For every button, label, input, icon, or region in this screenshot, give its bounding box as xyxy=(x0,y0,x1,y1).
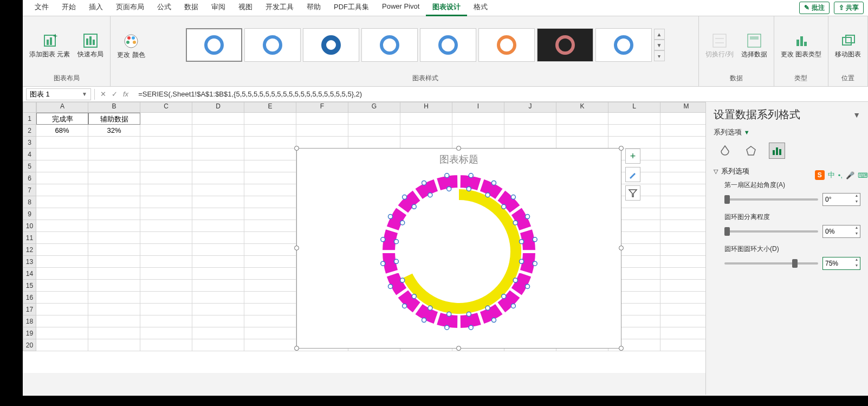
cell-D11[interactable] xyxy=(192,232,244,244)
cell-A6[interactable] xyxy=(36,172,88,184)
ime-lang[interactable]: 中 xyxy=(828,170,835,180)
cell-E15[interactable] xyxy=(244,280,296,292)
cell-A8[interactable] xyxy=(36,196,88,208)
cell-M15[interactable] xyxy=(660,280,712,292)
cell-A11[interactable] xyxy=(36,232,88,244)
menu-tab-6[interactable]: 审阅 xyxy=(205,0,232,16)
menu-tab-3[interactable]: 页面布局 xyxy=(109,0,151,16)
style-thumb-2[interactable] xyxy=(244,28,301,62)
cell-M11[interactable] xyxy=(660,232,712,244)
cell-D18[interactable] xyxy=(192,315,244,327)
cell-E7[interactable] xyxy=(244,184,296,196)
cell-B19[interactable] xyxy=(88,327,140,339)
cell-E18[interactable] xyxy=(244,315,296,327)
style-thumb-6[interactable] xyxy=(478,28,535,62)
cell-A2[interactable]: 68% xyxy=(36,125,88,137)
cell-M14[interactable] xyxy=(660,268,712,280)
hole-slider[interactable] xyxy=(724,262,818,265)
cell-B5[interactable] xyxy=(88,160,140,172)
cell-D17[interactable] xyxy=(192,304,244,315)
cell-G3[interactable] xyxy=(348,137,400,149)
cell-A5[interactable] xyxy=(36,160,88,172)
cell-B3[interactable] xyxy=(88,137,140,149)
cell-A4[interactable] xyxy=(36,149,88,160)
cell-C11[interactable] xyxy=(140,232,192,244)
add-chart-element-button[interactable]: + 添加图表 元素 xyxy=(27,30,72,60)
row-header-8[interactable]: 8 xyxy=(23,196,36,208)
series-options-dropdown[interactable]: 系列选项 ▼ xyxy=(714,127,860,137)
cell-E2[interactable] xyxy=(244,125,296,137)
chevron-down-icon[interactable]: ▼ xyxy=(82,91,87,97)
row-header-4[interactable]: 4 xyxy=(23,149,36,160)
cell-M3[interactable] xyxy=(660,137,712,149)
cancel-formula-icon[interactable]: ✕ xyxy=(100,90,106,98)
cell-E14[interactable] xyxy=(244,268,296,280)
cell-D15[interactable] xyxy=(192,280,244,292)
cell-C18[interactable] xyxy=(140,315,192,327)
doughnut-chart[interactable] xyxy=(378,170,540,333)
cell-A1[interactable]: 完成率 xyxy=(36,113,88,125)
cell-I1[interactable] xyxy=(452,113,504,125)
resize-handle-s[interactable] xyxy=(456,346,461,351)
style-thumb-3[interactable] xyxy=(303,28,359,62)
cell-D12[interactable] xyxy=(192,244,244,256)
cell-B20[interactable] xyxy=(88,339,140,351)
cell-D20[interactable] xyxy=(192,339,244,351)
explode-input[interactable]: 0%▲▼ xyxy=(822,225,860,238)
ime-kbd-icon[interactable]: ⌨ xyxy=(858,171,868,179)
ime-punct-icon[interactable]: •, xyxy=(838,171,843,179)
cell-A20[interactable] xyxy=(36,339,88,351)
menu-tab-5[interactable]: 数据 xyxy=(178,0,205,16)
row-header-10[interactable]: 10 xyxy=(23,220,36,232)
cell-D4[interactable] xyxy=(192,149,244,160)
cell-C5[interactable] xyxy=(140,160,192,172)
cell-C17[interactable] xyxy=(140,304,192,315)
cell-B4[interactable] xyxy=(88,149,140,160)
menu-tab-2[interactable]: 插入 xyxy=(82,0,109,16)
menu-tab-13[interactable]: 格式 xyxy=(467,0,494,16)
cell-A10[interactable] xyxy=(36,220,88,232)
cell-B8[interactable] xyxy=(88,196,140,208)
cell-B11[interactable] xyxy=(88,232,140,244)
accept-formula-icon[interactable]: ✓ xyxy=(112,90,118,98)
comment-button[interactable]: ✎ 批注 xyxy=(799,2,829,14)
angle-slider[interactable] xyxy=(724,198,818,201)
row-header-17[interactable]: 17 xyxy=(23,304,36,315)
menu-tab-11[interactable]: Power Pivot xyxy=(375,0,426,16)
col-header-H[interactable]: H xyxy=(400,102,452,113)
row-header-2[interactable]: 2 xyxy=(23,125,36,137)
menu-tab-9[interactable]: 帮助 xyxy=(300,0,327,16)
fill-tab[interactable] xyxy=(717,143,733,159)
cell-A7[interactable] xyxy=(36,184,88,196)
cell-E12[interactable] xyxy=(244,244,296,256)
cell-E13[interactable] xyxy=(244,256,296,268)
row-header-14[interactable]: 14 xyxy=(23,268,36,280)
cell-E6[interactable] xyxy=(244,172,296,184)
menu-tab-4[interactable]: 公式 xyxy=(151,0,178,16)
cell-E19[interactable] xyxy=(244,327,296,339)
cell-M7[interactable] xyxy=(660,184,712,196)
col-header-I[interactable]: I xyxy=(452,102,504,113)
series-options-tab[interactable] xyxy=(769,143,785,159)
resize-handle-w[interactable] xyxy=(294,246,299,250)
cell-C19[interactable] xyxy=(140,327,192,339)
cell-C20[interactable] xyxy=(140,339,192,351)
column-headers[interactable]: ABCDEFGHIJKLMN xyxy=(36,102,765,113)
fx-icon[interactable]: fx xyxy=(123,90,128,98)
cell-E11[interactable] xyxy=(244,232,296,244)
cell-E16[interactable] xyxy=(244,292,296,304)
resize-handle-nw[interactable] xyxy=(294,146,299,151)
hole-input[interactable]: 75%▲▼ xyxy=(822,257,860,270)
cell-D16[interactable] xyxy=(192,292,244,304)
cell-A14[interactable] xyxy=(36,268,88,280)
row-header-20[interactable]: 20 xyxy=(23,339,36,351)
row-header-12[interactable]: 12 xyxy=(23,244,36,256)
cell-C14[interactable] xyxy=(140,268,192,280)
cell-B13[interactable] xyxy=(88,256,140,268)
chart-styles-gallery[interactable]: ▲▼▾ xyxy=(186,28,665,62)
cell-K2[interactable] xyxy=(556,125,608,137)
chevron-down-icon[interactable]: ▼ xyxy=(853,111,860,119)
cell-M10[interactable] xyxy=(660,220,712,232)
cell-F2[interactable] xyxy=(296,125,348,137)
cell-B1[interactable]: 辅助数据 xyxy=(88,113,140,125)
